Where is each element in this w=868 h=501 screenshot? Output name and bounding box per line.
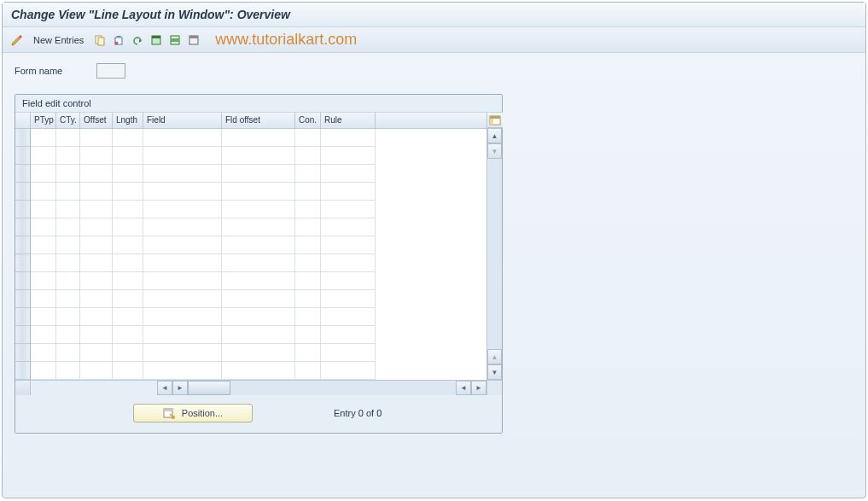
table-row[interactable] [15, 129, 486, 147]
cell[interactable] [222, 272, 295, 290]
cell[interactable] [222, 201, 295, 218]
cell[interactable] [80, 272, 113, 290]
cell[interactable] [113, 362, 143, 380]
cell[interactable] [321, 254, 376, 272]
column-field[interactable]: Field [143, 113, 222, 128]
cell[interactable] [80, 183, 113, 201]
cell[interactable] [295, 201, 321, 218]
column-lngth[interactable]: Lngth [113, 113, 143, 128]
cell[interactable] [56, 254, 80, 272]
cell[interactable] [295, 290, 321, 308]
table-row[interactable] [15, 326, 486, 344]
cell[interactable] [113, 236, 143, 254]
row-selector[interactable] [15, 362, 31, 380]
row-selector[interactable] [15, 326, 31, 344]
row-selector[interactable] [15, 290, 31, 308]
cell[interactable] [295, 326, 321, 344]
cell[interactable] [56, 290, 80, 308]
cell[interactable] [295, 272, 321, 290]
cell[interactable] [80, 201, 113, 218]
cell[interactable] [56, 183, 80, 201]
cell[interactable] [56, 236, 80, 254]
cell[interactable] [113, 344, 143, 362]
cell[interactable] [321, 165, 376, 183]
cell[interactable] [113, 308, 143, 326]
deselect-all-icon[interactable] [186, 32, 201, 48]
cell[interactable] [295, 183, 321, 201]
vertical-scrollbar[interactable]: ▲ ▼ ▲ ▼ [486, 113, 502, 380]
cell[interactable] [56, 201, 80, 218]
cell[interactable] [295, 218, 321, 236]
scroll-left-end-icon[interactable]: ◄ [456, 381, 471, 395]
cell[interactable] [113, 218, 143, 236]
cell[interactable] [113, 201, 143, 218]
cell[interactable] [222, 326, 295, 344]
cell[interactable] [295, 308, 321, 326]
cell[interactable] [113, 165, 143, 183]
column-cty[interactable]: CTy. [56, 113, 80, 128]
column-con[interactable]: Con. [295, 113, 321, 128]
cell[interactable] [113, 254, 143, 272]
table-row[interactable] [15, 183, 486, 201]
cell[interactable] [80, 326, 113, 344]
cell[interactable] [295, 129, 321, 147]
cell[interactable] [80, 236, 113, 254]
cell[interactable] [143, 129, 222, 147]
h-scroll-thumb[interactable] [188, 381, 230, 395]
cell[interactable] [113, 183, 143, 201]
cell[interactable] [222, 344, 295, 362]
cell[interactable] [321, 218, 376, 236]
cell[interactable] [80, 165, 113, 183]
cell[interactable] [321, 308, 376, 326]
table-row[interactable] [15, 201, 486, 218]
cell[interactable] [295, 236, 321, 254]
cell[interactable] [143, 362, 222, 380]
cell[interactable] [143, 290, 222, 308]
select-all-icon[interactable] [149, 32, 164, 48]
cell[interactable] [222, 236, 295, 254]
cell[interactable] [113, 290, 143, 308]
table-row[interactable] [15, 290, 486, 308]
column-fldoffset[interactable]: Fld offset [222, 113, 295, 128]
scroll-up2-icon[interactable]: ▼ [487, 143, 502, 159]
delete-icon[interactable] [111, 32, 126, 48]
position-button[interactable]: Position... [133, 404, 253, 422]
cell[interactable] [222, 147, 295, 165]
cell[interactable] [143, 272, 222, 290]
table-row[interactable] [15, 362, 486, 380]
cell[interactable] [31, 147, 56, 165]
cell[interactable] [80, 308, 113, 326]
cell[interactable] [143, 326, 222, 344]
cell[interactable] [222, 183, 295, 201]
cell[interactable] [31, 129, 56, 147]
cell[interactable] [222, 165, 295, 183]
cell[interactable] [80, 344, 113, 362]
cell[interactable] [321, 129, 376, 147]
form-name-input[interactable] [96, 63, 125, 79]
row-selector[interactable] [15, 308, 31, 326]
cell[interactable] [31, 290, 56, 308]
cell[interactable] [321, 236, 376, 254]
cell[interactable] [321, 362, 376, 380]
scroll-right-icon[interactable]: ► [172, 381, 188, 395]
cell[interactable] [143, 254, 222, 272]
row-selector[interactable] [15, 272, 31, 290]
table-row[interactable] [15, 344, 486, 362]
cell[interactable] [56, 362, 80, 380]
row-selector[interactable] [15, 344, 31, 362]
cell[interactable] [295, 165, 321, 183]
cell[interactable] [143, 147, 222, 165]
cell[interactable] [321, 272, 376, 290]
cell[interactable] [113, 147, 143, 165]
cell[interactable] [143, 183, 222, 201]
table-row[interactable] [15, 254, 486, 272]
cell[interactable] [321, 201, 376, 218]
cell[interactable] [222, 362, 295, 380]
table-row[interactable] [15, 165, 486, 183]
cell[interactable] [295, 362, 321, 380]
scroll-right-end-icon[interactable]: ► [471, 381, 486, 395]
cell[interactable] [56, 165, 80, 183]
table-row[interactable] [15, 272, 486, 290]
table-row[interactable] [15, 147, 486, 165]
scroll-down2-icon[interactable]: ▲ [487, 349, 502, 364]
